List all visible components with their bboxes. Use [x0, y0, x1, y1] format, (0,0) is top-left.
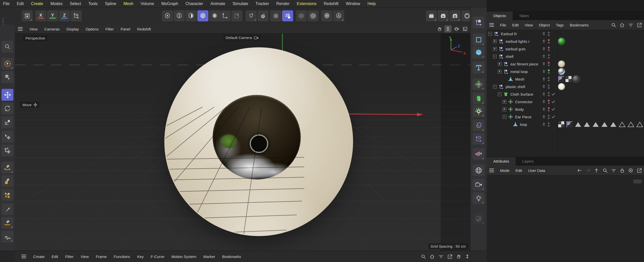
spline-primitive-button[interactable]: [473, 34, 484, 46]
deformer-button[interactable]: [473, 120, 484, 131]
generator-button[interactable]: [473, 105, 484, 117]
objects-menu-bookmarks[interactable]: Bookmarks: [570, 23, 589, 27]
forward-arrow-icon[interactable]: [585, 168, 591, 173]
material-thumb-green[interactable]: [558, 38, 565, 45]
visibility-dots[interactable]: [548, 77, 550, 81]
polygon-selection-tag-filled[interactable]: [610, 122, 617, 127]
filter-icon[interactable]: [438, 254, 444, 259]
tree-row-loop[interactable]: loop: [487, 121, 644, 128]
menu-extensions[interactable]: Extensions: [297, 2, 316, 6]
collapse-icon[interactable]: [493, 85, 497, 89]
layers-icon[interactable]: [542, 69, 546, 74]
snap-settings-button[interactable]: [257, 10, 269, 21]
menu-simulate[interactable]: Simulate: [233, 2, 248, 6]
menu-select[interactable]: Select: [70, 2, 81, 6]
filter-icon[interactable]: [611, 168, 616, 173]
timeline-menu-bookmarks[interactable]: Bookmarks: [222, 254, 241, 259]
render-view-button[interactable]: [426, 10, 437, 21]
timeline-menu-frame[interactable]: Frame: [96, 254, 106, 259]
material-thumb-chrome[interactable]: [558, 68, 565, 75]
view-type-label[interactable]: Perspective: [23, 35, 47, 41]
viewport-hamburger-icon[interactable]: [18, 27, 23, 31]
rotate-view-button[interactable]: [453, 25, 460, 32]
objects-hamburger-icon[interactable]: [489, 23, 494, 27]
model-mode-button[interactable]: [197, 10, 208, 21]
layers-icon[interactable]: [542, 115, 546, 119]
objects-menu-tags[interactable]: Tags: [556, 23, 564, 27]
vp-menu-cameras[interactable]: Cameras: [44, 27, 60, 31]
polygon-selection-tag-filled[interactable]: [592, 122, 599, 127]
axis-center-button[interactable]: [321, 10, 332, 21]
visibility-dots[interactable]: [548, 54, 550, 59]
tree-row-earbud-lights-r[interactable]: earbud lights r: [487, 38, 644, 45]
search-icon[interactable]: [611, 22, 616, 28]
visibility-dots[interactable]: [548, 92, 550, 96]
uv-tag[interactable]: [565, 76, 572, 82]
lock-x-axis-button[interactable]: X: [35, 10, 46, 21]
collapse-icon[interactable]: [503, 115, 506, 119]
earbud-torus-model[interactable]: [164, 47, 353, 236]
tree-row-ear-fitment-piece[interactable]: ear fitment piece: [487, 60, 644, 68]
points-mode-button[interactable]: [162, 10, 173, 21]
polygons-mode-button[interactable]: [185, 10, 197, 21]
find-tool-button[interactable]: [2, 41, 13, 53]
undo-jar-button[interactable]: [22, 10, 33, 21]
render-picture-viewer-button[interactable]: [438, 10, 449, 21]
menu-edit[interactable]: Edit: [17, 2, 24, 6]
modeling-objects-button[interactable]: [2, 189, 13, 201]
snap-toggle-button[interactable]: [246, 10, 257, 21]
tree-row-body[interactable]: Body: [487, 105, 644, 113]
visibility-dots[interactable]: [548, 100, 550, 104]
menu-mesh[interactable]: Mesh: [124, 2, 133, 6]
environment-button[interactable]: [473, 164, 484, 176]
visibility-dots[interactable]: [548, 69, 550, 74]
multi-object-move-button[interactable]: [2, 145, 13, 157]
tree-row-cloth-surface[interactable]: Cloth Surface: [487, 90, 644, 98]
timeline-menu-motion-system[interactable]: Motion System: [171, 254, 196, 259]
menu-animate[interactable]: Animate: [210, 2, 225, 6]
enabled-check-icon[interactable]: [551, 115, 555, 119]
timeline-menu-key[interactable]: Key: [137, 254, 144, 259]
tree-row-mesh[interactable]: Mesh: [487, 75, 644, 83]
camera-label[interactable]: Default Camera: [223, 35, 261, 41]
attributes-hamburger-icon[interactable]: [489, 169, 494, 172]
volume-edit-button[interactable]: [473, 213, 484, 225]
enabled-check-icon[interactable]: [551, 100, 555, 104]
menu-create[interactable]: Create: [31, 2, 43, 6]
polygon-selection-tag-filled[interactable]: [575, 122, 581, 127]
primitive-pen-button[interactable]: [2, 175, 13, 187]
enabled-check-icon[interactable]: [551, 107, 555, 111]
timeline-menu-filter[interactable]: Filter: [65, 254, 73, 259]
home-icon[interactable]: [429, 254, 435, 259]
layers-icon[interactable]: [542, 39, 546, 44]
expand-icon[interactable]: [503, 100, 506, 104]
objects-menu-view[interactable]: View: [525, 23, 533, 27]
vp-menu-view[interactable]: View: [29, 27, 37, 31]
visibility-dots[interactable]: [548, 47, 550, 51]
polygon-selection-tag-filled[interactable]: [584, 122, 590, 127]
tree-row-plastic-shell[interactable]: plastic shell: [487, 83, 644, 90]
move-tool-button[interactable]: [2, 89, 13, 101]
scale-tool-button[interactable]: [2, 116, 13, 128]
render-settings-button[interactable]: [449, 10, 461, 21]
up-arrow-icon[interactable]: [594, 168, 599, 173]
phong-tag[interactable]: [566, 121, 573, 127]
visibility-dots[interactable]: [548, 62, 550, 66]
sketch-tool-button[interactable]: [2, 231, 13, 242]
expand-icon[interactable]: [493, 40, 497, 43]
layers-icon[interactable]: [542, 54, 546, 59]
tweak-mode-button[interactable]: [2, 71, 13, 83]
grid-lock-button[interactable]: [282, 10, 293, 21]
menu-mograph[interactable]: MoGraph: [161, 2, 178, 6]
lock-z-axis-button[interactable]: Z: [59, 10, 70, 21]
zoom-arrows-icon[interactable]: [465, 254, 470, 259]
null-object-button[interactable]: [473, 17, 484, 28]
edge-cut-pen-button[interactable]: [2, 217, 13, 229]
polygon-selection-tag-filled[interactable]: [601, 122, 608, 127]
target-icon[interactable]: [628, 168, 633, 173]
camera-button[interactable]: [473, 179, 484, 191]
vp-menu-redshift[interactable]: Redshift: [137, 27, 151, 31]
layers-icon[interactable]: [542, 77, 546, 81]
spline-pen-button[interactable]: [2, 162, 13, 173]
menu-character[interactable]: Character: [185, 2, 203, 6]
